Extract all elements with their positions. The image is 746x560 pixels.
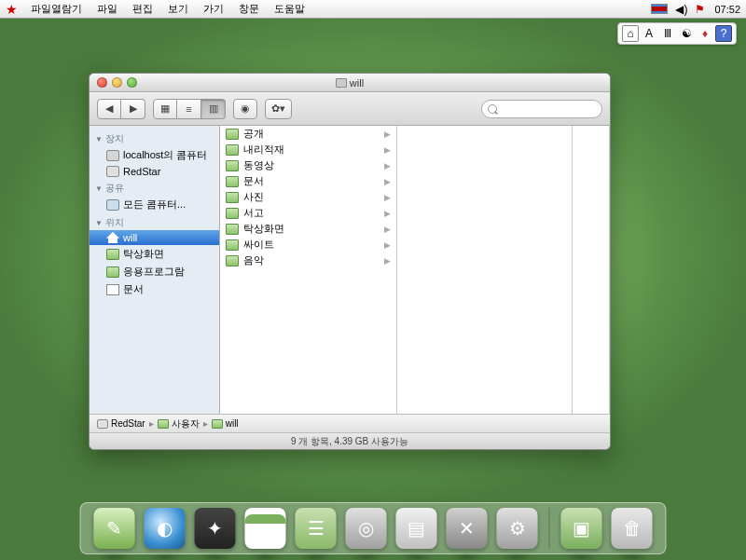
net-icon	[106, 199, 119, 211]
folder-icon	[226, 224, 239, 235]
column-3[interactable]	[573, 126, 610, 414]
sidebar-section-header[interactable]: ▼장치	[90, 130, 219, 146]
doc-icon	[106, 284, 119, 295]
dock-disk-app[interactable]: ◎	[346, 508, 387, 549]
chevron-right-icon: ▶	[384, 225, 391, 234]
menu-edit[interactable]: 편집	[125, 2, 160, 16]
sidebar: ▼장치localhost의 콤퓨터RedStar▼공유모든 콤퓨터...▼위치w…	[90, 126, 220, 414]
action-menu-button[interactable]: ✿▾	[265, 99, 292, 119]
tray-help-icon[interactable]: ?	[715, 25, 732, 42]
menu-app-name[interactable]: 파일열람기	[23, 2, 90, 16]
quicklook-button[interactable]: ◉	[233, 99, 257, 119]
back-button[interactable]: ◀	[97, 99, 121, 119]
volume-icon[interactable]: ◀)	[675, 3, 687, 16]
menu-go[interactable]: 가기	[196, 2, 231, 16]
tray-shield-icon[interactable]: ♦	[697, 25, 713, 42]
search-input[interactable]	[481, 100, 602, 118]
sidebar-section-header[interactable]: ▼공유	[90, 179, 219, 196]
file-name: 내리적재	[243, 143, 284, 157]
titlebar[interactable]: will	[90, 74, 610, 92]
file-name: 동영상	[243, 158, 274, 172]
file-name: 음악	[243, 253, 264, 267]
maximize-button[interactable]	[127, 77, 137, 88]
file-row[interactable]: 공개▶	[220, 126, 396, 142]
file-row[interactable]: 서고▶	[220, 205, 396, 221]
file-name: 공개	[243, 127, 264, 141]
close-button[interactable]	[97, 77, 107, 88]
folder-icon	[226, 160, 239, 171]
icon-view-button[interactable]: ▦	[153, 99, 177, 119]
column-1[interactable]: 공개▶내리적재▶동영상▶문서▶사진▶서고▶탁상화면▶싸이트▶음악▶	[220, 126, 397, 414]
path-crumb-home[interactable]: will	[212, 418, 239, 429]
dock-calendar-app[interactable]: 1월 18	[245, 508, 286, 549]
folder-icon	[226, 144, 239, 156]
menu-view[interactable]: 보기	[160, 2, 196, 16]
sidebar-section-header[interactable]: ▼위치	[90, 213, 219, 230]
home-icon	[106, 232, 119, 243]
dock-calculator-app[interactable]: ▤	[396, 508, 437, 549]
sidebar-item-label: will	[123, 232, 137, 243]
folder-icon	[226, 129, 239, 140]
list-view-button[interactable]: ≡	[177, 99, 201, 119]
dock-notes-app[interactable]: ✎	[94, 508, 135, 549]
dock-terminal-app[interactable]: ▣	[561, 508, 602, 549]
tray-home-icon[interactable]: ⌂	[622, 25, 639, 42]
title-folder-icon	[336, 78, 347, 88]
star-menu-icon[interactable]: ★	[6, 2, 18, 17]
file-row[interactable]: 내리적재▶	[220, 142, 396, 157]
path-crumb-users[interactable]: 사용자	[158, 417, 200, 430]
toolbar: ◀ ▶ ▦ ≡ ▥ ◉ ✿▾	[90, 92, 610, 126]
chevron-right-icon: ▶	[384, 130, 391, 139]
file-name: 서고	[243, 206, 264, 220]
sidebar-item[interactable]: 모든 콤퓨터...	[90, 196, 219, 213]
folder-icon	[226, 239, 239, 251]
minimize-button[interactable]	[112, 77, 122, 88]
menubar-clock[interactable]: 07:52	[714, 4, 740, 15]
security-icon[interactable]: ⚑	[695, 3, 705, 16]
tray-ime-icon[interactable]: A	[641, 25, 657, 42]
column-2[interactable]	[397, 126, 573, 414]
folder-icon	[226, 208, 239, 219]
file-row[interactable]: 싸이트▶	[220, 237, 396, 253]
file-browser-window: will ◀ ▶ ▦ ≡ ▥ ◉ ✿▾ ▼장치localhost의 콤퓨터Red…	[89, 73, 611, 450]
flag-icon[interactable]	[651, 4, 668, 14]
chevron-right-icon: ▶	[384, 161, 391, 171]
menu-help[interactable]: 도움말	[267, 2, 312, 16]
dock-trash[interactable]: 🗑	[612, 508, 653, 549]
tray-keyboard-icon[interactable]: Ⅲ	[659, 25, 676, 42]
dock-utilities-app[interactable]: ✕	[447, 508, 488, 549]
sidebar-item[interactable]: RedStar	[90, 164, 219, 179]
drive-icon	[106, 166, 119, 177]
sidebar-item[interactable]: localhost의 콤퓨터	[90, 146, 219, 164]
input-tray-panel: ⌂ A Ⅲ ☯ ♦ ?	[617, 22, 737, 45]
dock-settings-app[interactable]: ⚙	[497, 508, 538, 549]
sidebar-item[interactable]: will	[90, 230, 219, 245]
chevron-right-icon: ▶	[384, 177, 391, 186]
folder-icon	[226, 176, 239, 187]
dock-browser-app[interactable]: ◐	[145, 508, 186, 549]
file-row[interactable]: 문서▶	[220, 173, 396, 189]
column-view-button[interactable]: ▥	[201, 99, 226, 119]
tray-tool-icon[interactable]: ☯	[678, 25, 695, 42]
dock: ✎ ◐ ✦ 1월 18 ☰ ◎ ▤ ✕ ⚙ ▣ 🗑	[80, 502, 667, 554]
file-name: 사진	[243, 190, 264, 204]
file-name: 탁상화면	[243, 222, 284, 236]
forward-button[interactable]: ▶	[121, 99, 145, 119]
menu-file[interactable]: 파일	[90, 2, 125, 16]
file-row[interactable]: 탁상화면▶	[220, 221, 396, 237]
chevron-right-icon: ▶	[384, 256, 391, 266]
path-crumb-root[interactable]: RedStar	[97, 418, 145, 429]
nav-button-group: ◀ ▶	[97, 99, 145, 119]
chevron-right-icon: ▶	[384, 193, 391, 202]
file-row[interactable]: 사진▶	[220, 189, 396, 205]
file-row[interactable]: 동영상▶	[220, 157, 396, 173]
dock-movie-app[interactable]: ✦	[195, 508, 236, 549]
pathbar: RedStar ▸ 사용자 ▸ will	[90, 414, 610, 432]
sidebar-item[interactable]: 탁상화면	[90, 245, 219, 263]
sidebar-item[interactable]: 문서	[90, 280, 219, 298]
sidebar-item-label: localhost의 콤퓨터	[123, 148, 207, 162]
file-row[interactable]: 음악▶	[220, 253, 396, 268]
menu-window[interactable]: 창문	[231, 2, 267, 16]
dock-contacts-app[interactable]: ☰	[296, 508, 337, 549]
sidebar-item[interactable]: 응용프로그람	[90, 263, 219, 280]
